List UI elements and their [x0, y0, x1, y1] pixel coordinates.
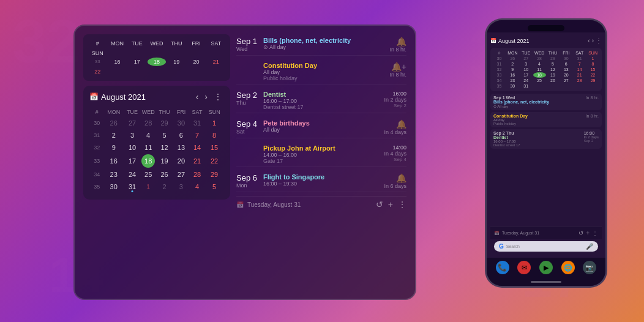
event-detail-bills: ⊙ All day — [263, 44, 386, 50]
refresh-icon[interactable]: ↺ — [376, 200, 383, 209]
calendar-more-button[interactable]: ⋮ — [212, 92, 224, 102]
phone-home-bar — [487, 277, 605, 286]
calendar-prev-button[interactable]: ‹ — [194, 92, 201, 102]
cal-day-1-prev[interactable]: 1 — [206, 118, 223, 129]
phone-icon[interactable]: 📞 — [496, 261, 509, 274]
phone-cal-title: August 2021 — [498, 38, 586, 44]
phone-cal-prev[interactable]: ‹ — [588, 37, 590, 44]
cal-day-6[interactable]: 6 — [174, 130, 189, 141]
cal-day-31-b[interactable]: 31 — [124, 181, 140, 192]
cal-day-5[interactable]: 5 — [156, 130, 173, 141]
event-content-flight: Flight to Singapore 16:00 – 19:30 — [263, 173, 380, 187]
event-content-constitution: Constitution Day All day Public holiday — [263, 62, 386, 81]
cal-day-11[interactable]: 11 — [141, 142, 155, 153]
cal-day-27-b[interactable]: 27 — [174, 169, 189, 180]
cal-day-20[interactable]: 20 — [174, 154, 189, 168]
search-text: Search — [506, 244, 583, 249]
cal-day-19[interactable]: 19 — [156, 154, 173, 168]
cal-day-2[interactable]: 2 — [104, 130, 123, 141]
cal-day-5-next[interactable]: 5 — [206, 181, 223, 192]
event-item-pickup: Pickup John at Airport 14:00 – 16:00 Gat… — [236, 142, 406, 167]
cal-day-27[interactable]: 27 — [124, 118, 140, 129]
phone-search-bar[interactable]: G Search 🎤 — [494, 241, 598, 252]
cal-day-25[interactable]: 25 — [141, 169, 155, 180]
event-date-ref-dentist: Sep 2 — [384, 103, 406, 108]
cal-day-28[interactable]: 28 — [190, 169, 205, 180]
cal-day-9[interactable]: 9 — [104, 142, 123, 153]
more-events-icon[interactable]: ⋮ — [398, 200, 406, 209]
phone-add-icon[interactable]: + — [586, 230, 590, 236]
cal-day-30[interactable]: 30 — [174, 118, 189, 129]
cal-day-4[interactable]: 4 — [141, 130, 155, 141]
col-header-week: # — [91, 108, 103, 116]
cal-day-18-today[interactable]: 18 — [141, 154, 155, 168]
cal-day-26[interactable]: 26 — [104, 118, 123, 129]
event-right-flight: 🔔 In 6 days — [384, 173, 406, 189]
cal-day-28[interactable]: 28 — [141, 118, 155, 129]
cal-day-1-next[interactable]: 1 — [141, 181, 155, 192]
cal-day-10[interactable]: 10 — [124, 142, 140, 153]
cal-day-13[interactable]: 13 — [174, 142, 189, 153]
cal-day-3[interactable]: 3 — [124, 130, 140, 141]
cal-day-31[interactable]: 31 — [190, 118, 205, 129]
events-bottom-actions: ↺ + ⋮ — [376, 200, 406, 209]
phone-cal-more[interactable]: ⋮ — [596, 37, 602, 44]
col-header-thu: THU — [156, 108, 173, 116]
phone-cal-next[interactable]: › — [592, 37, 594, 44]
gmail-icon[interactable]: ✉ — [517, 261, 531, 274]
cal-day-26-b[interactable]: 26 — [156, 169, 173, 180]
tablet-events-section: Sep 1 Wed Bills (phone, net, electricity… — [236, 34, 406, 290]
cal-day-3-next[interactable]: 3 — [174, 181, 189, 192]
cal-day-29[interactable]: 29 — [156, 118, 173, 129]
phone-more-icon[interactable]: ⋮ — [592, 230, 598, 236]
calendar-table: # MON TUE WED THU FRI SAT SUN 30 26 27 — [89, 107, 224, 193]
col-header-sun: SUN — [206, 108, 223, 116]
play-icon[interactable]: ▶ — [539, 261, 553, 274]
cal-day-22[interactable]: 22 — [206, 154, 223, 168]
cal-day-30[interactable]: 30 — [104, 181, 123, 192]
chrome-icon[interactable]: 🌐 — [561, 261, 575, 274]
cal-day-17[interactable]: 17 — [124, 154, 140, 168]
cal-day-23[interactable]: 23 — [104, 169, 123, 180]
event-item-dentist: Sep 2 Thu Dentist 16:00 – 17:00 Dentist … — [236, 88, 406, 113]
cal-day-4-next[interactable]: 4 — [190, 181, 205, 192]
cal-day-21[interactable]: 21 — [190, 154, 205, 168]
add-event-icon[interactable]: + — [388, 200, 393, 209]
col-header-sat: SAT — [190, 108, 205, 116]
tablet-calendar-section: # MON TUE WED THU FRI SAT SUN 33 16 17 1… — [83, 34, 230, 290]
event-item-constitution: Constitution Day All day Public holiday … — [236, 59, 406, 84]
cal-day-15[interactable]: 15 — [206, 142, 223, 153]
phone-event-meta-constitution: Public holiday — [493, 122, 528, 125]
strip-day-20: 20 — [187, 58, 205, 66]
alarm-icon-flight[interactable]: 🔔 — [384, 173, 406, 183]
cal-day-2-next[interactable]: 2 — [156, 181, 173, 192]
main-calendar-widget: 📅 August 2021 ‹ › ⋮ # MON TUE WED THU FR… — [83, 86, 230, 200]
strip-col-sat: SAT — [207, 39, 225, 48]
strip-day-22: 22 — [88, 67, 107, 76]
camera-icon[interactable]: 📷 — [583, 261, 596, 274]
cal-day-29[interactable]: 29 — [206, 169, 223, 180]
phone-event-title-dentist: Dentist — [493, 135, 520, 140]
phone-event-constitution: Constitution Day All day Public holiday … — [490, 112, 602, 127]
phone-cal-row-31: 31 2 3 4 5 6 7 8 — [493, 61, 599, 67]
cal-day-7[interactable]: 7 — [190, 130, 205, 141]
calendar-next-button[interactable]: › — [203, 92, 209, 102]
mic-icon[interactable]: 🎤 — [586, 243, 593, 250]
phone-refresh-icon[interactable]: ↺ — [578, 230, 583, 236]
phone-today[interactable]: 18 — [533, 72, 546, 78]
cal-day-12[interactable]: 12 — [156, 142, 173, 153]
add-alarm-icon[interactable]: 🔔+ — [389, 62, 406, 72]
event-content-bills: Bills (phone, net, electricity ⊙ All day — [263, 37, 386, 50]
cal-day-24[interactable]: 24 — [124, 169, 140, 180]
cal-day-16[interactable]: 16 — [104, 154, 123, 168]
event-title-dentist: Dentist — [263, 91, 380, 98]
alarm-icon[interactable]: 🔔 — [389, 37, 406, 47]
cal-day-14[interactable]: 14 — [190, 142, 205, 153]
cal-day-8[interactable]: 8 — [206, 130, 223, 141]
phone-event-title-bills: Bills (phone, net, electricity — [493, 100, 549, 104]
event-title-bills: Bills (phone, net, electricity — [263, 37, 386, 44]
strip-col-hash: # — [88, 39, 107, 48]
alarm-icon-pete[interactable]: 🔔 — [384, 119, 406, 129]
table-row: 30 26 27 28 29 30 31 1 — [91, 118, 223, 129]
events-bottom-bar: 📅 Tuesday, August 31 ↺ + ⋮ — [236, 196, 406, 209]
